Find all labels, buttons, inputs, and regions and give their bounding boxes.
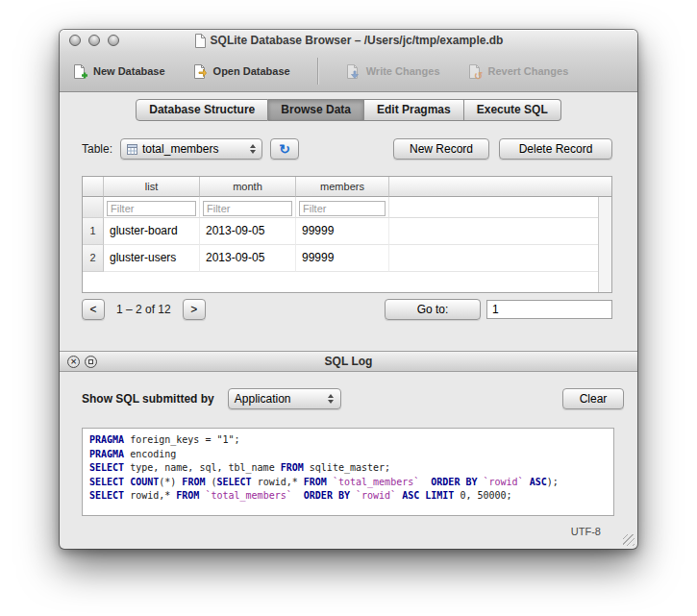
- cell-month[interactable]: 2013-09-05: [200, 245, 296, 272]
- encoding-status: UTF-8: [571, 526, 601, 537]
- sql-log-title: SQL Log: [325, 355, 373, 368]
- toolbar: New Database Open Database Write: [60, 51, 637, 92]
- sql-log-code[interactable]: PRAGMA foreign_keys = "1";PRAGMA encodin…: [82, 428, 614, 516]
- dropdown-arrows-icon: [325, 390, 337, 407]
- toolbar-label: Open Database: [213, 65, 290, 77]
- new-database-button[interactable]: New Database: [72, 63, 165, 80]
- cell-members[interactable]: 99999: [296, 245, 389, 272]
- browse-controls: Table: total_members ↻ New Record Delete…: [82, 137, 612, 160]
- goto-button[interactable]: Go to:: [385, 299, 481, 320]
- filter-input-month[interactable]: [203, 201, 292, 216]
- cell-month[interactable]: 2013-09-05: [200, 218, 296, 245]
- sql-log-line: SELECT COUNT(*) FROM (SELECT rowid,* FRO…: [89, 476, 607, 490]
- traffic-lights: [69, 35, 119, 46]
- app-window: SQLite Database Browser – /Users/jc/tmp/…: [60, 30, 637, 549]
- cell-list[interactable]: gluster-board: [104, 218, 200, 245]
- sql-log-line: SELECT rowid,* FROM `total_members` ORDE…: [89, 489, 607, 504]
- toolbar-label: New Database: [93, 65, 165, 77]
- svg-text:↺: ↺: [474, 69, 483, 80]
- delete-record-button[interactable]: Delete Record: [499, 138, 612, 160]
- column-header-filler: [389, 177, 611, 197]
- sql-source-select[interactable]: Application: [228, 388, 341, 409]
- record-range: 1 – 2 of 12: [116, 303, 171, 316]
- column-header-month[interactable]: month: [200, 177, 296, 197]
- cell-members[interactable]: 99999: [296, 218, 389, 245]
- cell-filler: [389, 245, 611, 272]
- filter-row-filler: [389, 197, 611, 218]
- cell-list[interactable]: gluster-users: [104, 245, 200, 272]
- dock-buttons: ✕: [67, 356, 97, 368]
- column-header-members[interactable]: members: [296, 177, 389, 197]
- refresh-icon: ↻: [279, 142, 290, 156]
- window-title-area: SQLite Database Browser – /Users/jc/tmp/…: [194, 34, 504, 48]
- cell-filler: [389, 218, 611, 245]
- table-row[interactable]: 2 gluster-users 2013-09-05 99999: [83, 245, 611, 272]
- show-sql-label: Show SQL submitted by: [82, 392, 214, 406]
- table-select[interactable]: total_members: [120, 138, 262, 160]
- filter-row: [83, 197, 611, 218]
- filter-input-members[interactable]: [299, 201, 386, 216]
- sql-log-line: SELECT type, name, sql, tbl_name FROM sq…: [89, 461, 607, 476]
- close-window-button[interactable]: [69, 35, 81, 46]
- new-database-icon: [72, 63, 88, 80]
- sql-log-header[interactable]: ✕ SQL Log: [60, 351, 637, 372]
- new-record-button[interactable]: New Record: [393, 138, 489, 160]
- document-icon: [194, 34, 206, 48]
- filter-row-corner: [83, 197, 104, 218]
- tab-execute-sql[interactable]: Execute SQL: [464, 99, 561, 121]
- write-changes-button[interactable]: Write Changes: [345, 63, 440, 80]
- sql-log-line: PRAGMA foreign_keys = "1";: [89, 433, 607, 448]
- table-header-row: list month members: [83, 177, 611, 197]
- toolbar-label: Revert Changes: [488, 65, 569, 77]
- column-header-list[interactable]: list: [104, 177, 200, 197]
- row-number: 2: [83, 245, 104, 272]
- vertical-scrollbar[interactable]: [598, 197, 611, 292]
- refresh-button[interactable]: ↻: [270, 138, 299, 160]
- prev-page-button[interactable]: <: [82, 299, 105, 320]
- dropdown-arrows-icon: [246, 140, 259, 158]
- resize-grip[interactable]: [623, 534, 635, 546]
- table-row[interactable]: 1 gluster-board 2013-09-05 99999: [83, 218, 611, 245]
- data-table: list month members 1 gluster-board 2013-…: [82, 176, 612, 293]
- table-label: Table:: [82, 142, 112, 156]
- table-select-value: total_members: [142, 142, 218, 156]
- revert-changes-button[interactable]: ↺ Revert Changes: [467, 63, 569, 80]
- close-icon[interactable]: ✕: [67, 356, 80, 368]
- sql-source-value: Application: [235, 392, 291, 406]
- filter-input-list[interactable]: [107, 201, 196, 216]
- table-icon: [127, 144, 137, 155]
- tab-edit-pragmas[interactable]: Edit Pragmas: [364, 99, 464, 121]
- tab-browse-data[interactable]: Browse Data: [268, 99, 364, 121]
- pagination-bar: < 1 – 2 of 12 > Go to:: [82, 299, 612, 320]
- tab-database-structure[interactable]: Database Structure: [136, 99, 268, 121]
- minimize-window-button[interactable]: [88, 35, 100, 46]
- toolbar-separator: [317, 58, 318, 85]
- revert-changes-icon: ↺: [467, 63, 484, 80]
- main-tabbar: Database Structure Browse Data Edit Prag…: [60, 99, 637, 121]
- next-page-button[interactable]: >: [183, 299, 206, 320]
- clear-button[interactable]: Clear: [562, 388, 624, 409]
- table-header-corner: [83, 177, 104, 197]
- goto-input[interactable]: [486, 300, 612, 319]
- write-changes-icon: [345, 63, 361, 80]
- titlebar[interactable]: SQLite Database Browser – /Users/jc/tmp/…: [60, 30, 637, 51]
- row-number: 1: [83, 218, 104, 245]
- undock-icon[interactable]: [85, 356, 97, 368]
- sql-log-line: PRAGMA encoding: [89, 448, 607, 462]
- zoom-window-button[interactable]: [108, 35, 119, 46]
- open-database-icon: [192, 63, 209, 80]
- window-title: SQLite Database Browser – /Users/jc/tmp/…: [211, 34, 504, 47]
- toolbar-label: Write Changes: [366, 65, 440, 77]
- open-database-button[interactable]: Open Database: [192, 63, 290, 80]
- sql-log-controls: Show SQL submitted by Application Clear: [82, 388, 624, 409]
